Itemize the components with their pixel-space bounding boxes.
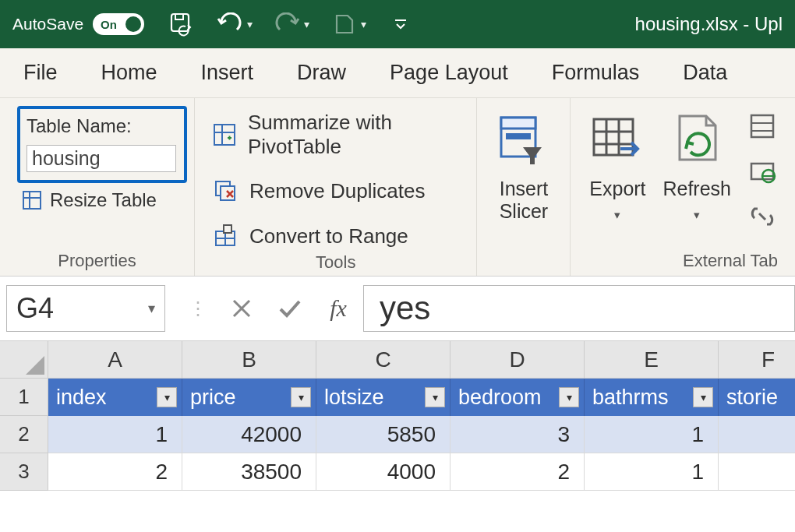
svg-rect-17	[506, 133, 531, 139]
svg-rect-16	[501, 118, 535, 129]
data-cell[interactable]	[719, 416, 795, 453]
remove-duplicates-icon	[212, 178, 238, 204]
data-cell[interactable]: 2	[450, 453, 585, 491]
col-header[interactable]: F	[719, 341, 795, 379]
col-header[interactable]: B	[182, 341, 316, 379]
table-header-cell[interactable]: storie	[719, 379, 795, 416]
share-button: ▾	[330, 10, 366, 38]
insert-slicer-button[interactable]: Insert Slicer	[494, 106, 553, 223]
chevron-down-icon[interactable]: ▾	[694, 208, 700, 222]
summarize-pivottable-button[interactable]: Summarize with PivotTable	[212, 111, 459, 159]
name-box[interactable]: G4 ▾	[6, 285, 165, 332]
data-cell[interactable]: 1	[48, 416, 182, 453]
refresh-icon	[667, 111, 726, 170]
undo-button[interactable]: ▾	[216, 10, 253, 38]
data-cell[interactable]: 1	[585, 453, 719, 491]
save-icon[interactable]	[168, 10, 196, 38]
data-cell[interactable]: 2	[48, 453, 182, 491]
remove-duplicates-button[interactable]: Remove Duplicates	[212, 178, 459, 204]
resize-table-icon	[22, 190, 42, 210]
ribbon: Table Name: Resize Table Properties	[0, 98, 795, 276]
insert-function-button[interactable]: fx	[326, 296, 351, 321]
tab-file[interactable]: File	[23, 61, 58, 85]
svg-rect-10	[221, 186, 235, 200]
convert-to-range-button[interactable]: Convert to Range	[212, 223, 459, 249]
properties-icon[interactable]	[747, 111, 778, 142]
formula-input[interactable]: yes	[363, 285, 795, 332]
export-button[interactable]: Export ▾	[588, 106, 647, 232]
table-header-cell[interactable]: bedroom▾	[450, 379, 585, 416]
title-bar: AutoSave On ▾	[0, 0, 795, 48]
table-header-cell[interactable]: price▾	[182, 379, 316, 416]
row-header[interactable]: 3	[0, 453, 48, 491]
refresh-button[interactable]: Refresh ▾	[662, 106, 731, 232]
table-name-label: Table Name:	[26, 115, 176, 137]
resize-table-button[interactable]: Resize Table	[22, 189, 177, 211]
ribbon-group-slicer: Insert Slicer	[477, 98, 571, 276]
filter-button[interactable]: ▾	[425, 387, 445, 407]
data-cell[interactable]: 5850	[316, 416, 450, 453]
svg-rect-3	[23, 192, 41, 209]
table-name-input[interactable]	[26, 145, 176, 172]
tab-draw[interactable]: Draw	[297, 61, 346, 85]
redo-button: ▾	[273, 10, 309, 38]
formula-bar: G4 ▾ ⋮ fx yes	[0, 276, 795, 341]
open-in-browser-icon[interactable]	[747, 156, 778, 187]
table-name-box: Table Name:	[17, 106, 187, 183]
svg-rect-14	[224, 225, 231, 233]
data-cell[interactable]: 38500	[182, 453, 316, 491]
table-header-cell[interactable]: index▾	[48, 379, 182, 416]
filter-button[interactable]: ▾	[559, 387, 579, 407]
table-header-cell[interactable]: lotsize▾	[316, 379, 450, 416]
col-header[interactable]: A	[48, 341, 182, 379]
ribbon-group-tools: Summarize with PivotTable Remove Duplica…	[195, 98, 477, 276]
tab-home[interactable]: Home	[101, 61, 157, 85]
row-header[interactable]: 1	[0, 379, 48, 416]
customize-qat-icon[interactable]	[387, 10, 415, 38]
data-cell[interactable]: 1	[585, 416, 719, 453]
enter-icon[interactable]	[277, 296, 302, 321]
filter-button[interactable]: ▾	[291, 387, 311, 407]
cancel-icon[interactable]	[229, 296, 254, 321]
unlink-icon[interactable]	[747, 201, 778, 232]
row-header[interactable]: 2	[0, 416, 48, 453]
ribbon-group-properties: Table Name: Resize Table Properties	[0, 98, 195, 276]
select-all-corner[interactable]	[0, 341, 48, 379]
quick-access-toolbar: ▾ ▾ ▾	[168, 10, 415, 38]
slicer-icon	[494, 111, 553, 170]
filter-button[interactable]: ▾	[693, 387, 713, 407]
spreadsheet-grid[interactable]: A B C D E F 1 index▾ price▾ lotsize▾ bed…	[0, 341, 795, 491]
table-header-cell[interactable]: bathrms▾	[585, 379, 719, 416]
col-header[interactable]: D	[450, 341, 585, 379]
data-cell[interactable]	[719, 453, 795, 491]
chevron-down-icon[interactable]: ▾	[614, 208, 620, 222]
data-cell[interactable]: 3	[450, 416, 585, 453]
data-cell[interactable]: 4000	[316, 453, 450, 491]
menu-bar: File Home Insert Draw Page Layout Formul…	[0, 48, 795, 98]
filter-button[interactable]: ▾	[157, 387, 177, 407]
autosave-control[interactable]: AutoSave On	[12, 13, 144, 35]
autosave-label: AutoSave	[12, 15, 83, 33]
chevron-down-icon[interactable]: ▾	[247, 18, 253, 30]
tab-pagelayout[interactable]: Page Layout	[390, 61, 508, 85]
svg-line-29	[759, 213, 765, 220]
tab-formulas[interactable]: Formulas	[552, 61, 640, 85]
pivottable-icon	[212, 122, 237, 148]
data-cell[interactable]: 42000	[182, 416, 316, 453]
export-icon	[588, 111, 647, 170]
tab-data[interactable]: Data	[683, 61, 727, 85]
grip-icon: ⋮	[189, 298, 206, 319]
document-title: housing.xlsx - Upl	[424, 13, 783, 35]
col-header[interactable]: C	[316, 341, 450, 379]
chevron-down-icon[interactable]: ▾	[148, 300, 155, 317]
convert-range-icon	[212, 223, 238, 249]
tab-insert[interactable]: Insert	[201, 61, 254, 85]
col-header[interactable]: E	[585, 341, 719, 379]
svg-rect-6	[214, 125, 235, 145]
autosave-toggle[interactable]: On	[93, 13, 144, 35]
svg-rect-23	[751, 115, 773, 137]
ribbon-group-external: Export ▾ Refresh ▾	[571, 98, 795, 276]
